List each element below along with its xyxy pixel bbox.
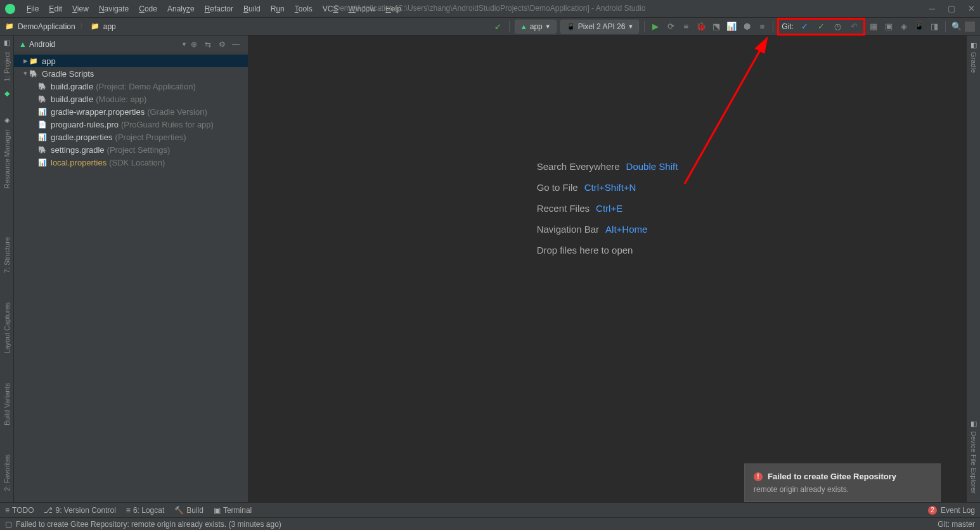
tree-label: Gradle Scripts xyxy=(42,69,94,79)
menu-view[interactable]: View xyxy=(68,3,93,15)
hide-icon[interactable]: — xyxy=(229,37,243,51)
gutter-project[interactable]: 1: Project xyxy=(3,49,11,84)
menu-build[interactable]: Build xyxy=(240,3,264,15)
notification-popup[interactable]: ! Failed to create Gitee Repository remo… xyxy=(744,463,941,502)
sync-icon[interactable]: ↙ xyxy=(491,20,505,34)
menu-tools[interactable]: Tools xyxy=(291,3,316,15)
separator xyxy=(773,21,773,32)
stop-button[interactable]: ■ xyxy=(755,20,769,34)
tree-row[interactable]: 🐘 build.gradle (Project: Demo Applicatio… xyxy=(14,80,248,93)
commit-button[interactable]: ✓ xyxy=(814,20,828,34)
run-config-dropdown[interactable]: ▲ app ▼ xyxy=(515,20,557,34)
layout-inspector-button[interactable]: ◨ xyxy=(927,20,941,34)
resource-manager-button[interactable]: ◈ xyxy=(897,20,911,34)
menu-run[interactable]: Run xyxy=(267,3,288,15)
menu-edit[interactable]: Edit xyxy=(45,3,66,15)
device-label: Pixel 2 API 26 xyxy=(578,22,626,31)
gutter-structure[interactable]: 7: Structure xyxy=(3,235,11,276)
tab-version-control[interactable]: ⎇9: Version Control xyxy=(44,506,115,515)
maximize-button[interactable]: ▢ xyxy=(948,4,955,13)
resource-gutter-icon[interactable]: ◆ xyxy=(3,89,11,98)
breadcrumb-separator: 〉 xyxy=(79,21,87,32)
shortcut-key: Double Shift xyxy=(626,160,678,171)
profile-button[interactable]: 📊 xyxy=(725,20,738,34)
history-button[interactable]: ◷ xyxy=(830,20,844,34)
device-dropdown[interactable]: 📱 Pixel 2 API 26 ▼ xyxy=(560,20,640,34)
run-button[interactable]: ▶ xyxy=(648,20,662,34)
tree-node-app[interactable]: ▶ 📁 app xyxy=(14,55,248,67)
project-gutter-icon[interactable]: ◧ xyxy=(3,38,11,47)
tree-row[interactable]: 📊 local.properties (SDK Location) xyxy=(14,156,248,169)
tree-hint: (SDK Location) xyxy=(109,158,165,167)
tab-todo[interactable]: ≡TODO xyxy=(5,506,34,515)
menu-file[interactable]: File xyxy=(23,3,42,15)
event-badge: 2 xyxy=(928,506,937,515)
tree-node-gradle-scripts[interactable]: ▼ 🐘 Gradle Scripts xyxy=(14,67,248,80)
tab-build[interactable]: 🔨Build xyxy=(174,506,203,515)
tree-label: settings.gradle xyxy=(51,145,105,155)
notification-title: Failed to create Gitee Repository xyxy=(768,472,896,481)
panel-title[interactable]: Android xyxy=(29,40,179,49)
apply-changes-button[interactable]: ⟳ xyxy=(664,20,678,34)
status-icon[interactable]: ▢ xyxy=(5,520,12,529)
menu-refactor[interactable]: Refactor xyxy=(201,3,237,15)
tab-event-log[interactable]: Event Log xyxy=(941,506,975,515)
gear-icon[interactable]: ⚙ xyxy=(215,37,229,51)
tree-row[interactable]: 📊 gradle-wrapper.properties (Gradle Vers… xyxy=(14,105,248,118)
menu-analyze[interactable]: Analyze xyxy=(164,3,198,15)
tree-row[interactable]: 📊 gradle.properties (Project Properties) xyxy=(14,131,248,143)
gradle-icon: 🐘 xyxy=(38,82,48,91)
status-branch[interactable]: Git: master xyxy=(938,520,975,529)
expand-arrow-icon[interactable]: ▼ xyxy=(22,70,29,77)
close-button[interactable]: ✕ xyxy=(968,4,975,13)
rollback-button[interactable]: ↶ xyxy=(847,20,861,34)
minimize-button[interactable]: ─ xyxy=(929,4,935,13)
gutter-resource-manager[interactable]: Resource Manager xyxy=(3,127,11,191)
editor-area[interactable]: Search EverywhereDouble Shift Go to File… xyxy=(248,36,966,502)
tab-terminal[interactable]: ▣Terminal xyxy=(214,506,252,515)
breadcrumb-module[interactable]: app xyxy=(103,22,116,31)
attach-debugger-button[interactable]: ⬢ xyxy=(740,20,754,34)
update-project-button[interactable]: ✓ xyxy=(797,20,811,34)
titlebar: File Edit View Navigate Code Analyze Ref… xyxy=(0,0,980,18)
tree-label: app xyxy=(42,56,56,66)
tree-row[interactable]: 🐘 build.gradle (Module: app) xyxy=(14,93,248,105)
tree-row[interactable]: 📄 proguard-rules.pro (ProGuard Rules for… xyxy=(14,118,248,131)
collapse-icon[interactable]: ⇆ xyxy=(201,37,215,51)
coverage-button[interactable]: ⬔ xyxy=(709,20,723,34)
gutter-favorites[interactable]: 2: Favorites xyxy=(3,452,11,493)
apply-code-button[interactable]: ≡ xyxy=(679,20,693,34)
search-button[interactable]: 🔍 xyxy=(950,20,964,34)
device-explorer-icon[interactable]: ◧ xyxy=(969,420,978,429)
expand-arrow-icon[interactable]: ▶ xyxy=(22,58,29,64)
resource-mgr-icon[interactable]: ◈ xyxy=(3,115,11,124)
debug-button[interactable]: 🐞 xyxy=(694,20,708,34)
separator xyxy=(509,21,510,32)
tab-logcat[interactable]: ≡6: Logcat xyxy=(126,506,164,515)
gradle-icon: 🐘 xyxy=(38,95,48,103)
welcome-shortcuts: Search EverywhereDouble Shift Go to File… xyxy=(537,160,678,265)
gradle-gutter-icon[interactable]: ◧ xyxy=(969,41,978,49)
gutter-build-variants[interactable]: Build Variants xyxy=(3,380,11,428)
chevron-down-icon: ▼ xyxy=(545,23,551,30)
gutter-gradle[interactable]: Gradle xyxy=(970,49,977,75)
gutter-device-explorer[interactable]: Device File Explorer xyxy=(970,429,977,496)
status-message: Failed to create Gitee Repository: remot… xyxy=(16,520,281,529)
tree-row[interactable]: 🐘 settings.gradle (Project Settings) xyxy=(14,143,248,156)
tree-label: local.properties xyxy=(51,158,106,167)
tree-hint: (Gradle Version) xyxy=(147,107,207,117)
menu-navigate[interactable]: Navigate xyxy=(95,3,132,15)
chevron-down-icon[interactable]: ▼ xyxy=(181,41,187,48)
target-icon[interactable]: ⊕ xyxy=(187,37,201,51)
project-tree: ▶ 📁 app ▼ 🐘 Gradle Scripts 🐘 build.gradl… xyxy=(14,53,248,170)
avd-manager-button[interactable]: ▦ xyxy=(867,20,880,34)
gutter-layout-captures[interactable]: Layout Captures xyxy=(3,300,11,356)
user-icon[interactable] xyxy=(965,22,975,32)
breadcrumb-project[interactable]: DemoApplication xyxy=(18,22,75,31)
app-logo-icon xyxy=(5,4,15,14)
separator xyxy=(644,21,645,32)
menu-code[interactable]: Code xyxy=(135,3,161,15)
sdk-manager-button[interactable]: ▣ xyxy=(882,20,896,34)
device-manager-button[interactable]: 📱 xyxy=(912,20,926,34)
tree-hint: (Module: app) xyxy=(96,94,146,104)
